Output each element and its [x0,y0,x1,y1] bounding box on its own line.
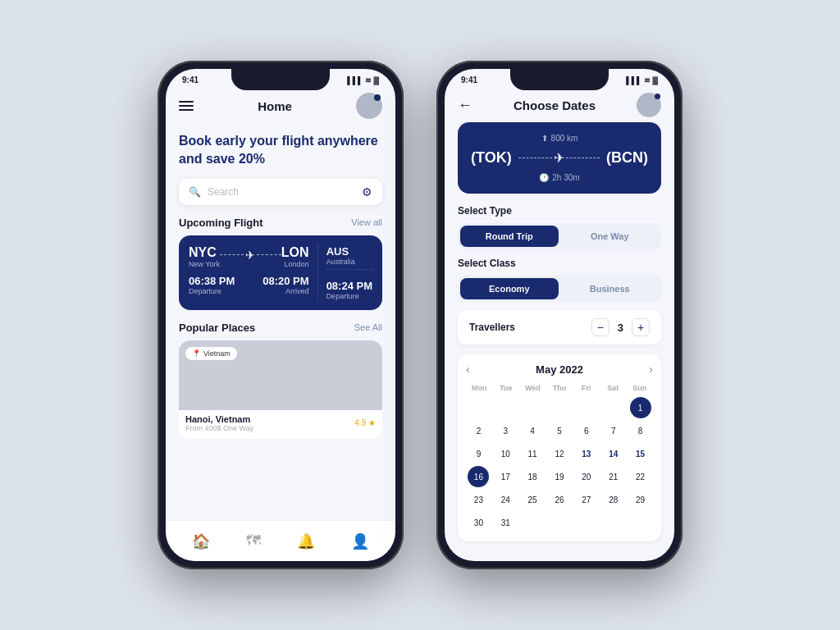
menu-button[interactable] [179,101,194,111]
side-dep-time: 08:24 PM [326,280,372,292]
cal-empty [549,397,570,418]
see-all-link[interactable]: See All [354,322,382,332]
place-info: Hanoi, Vietnam From 400$ One Way 4.9 ★ [179,410,382,436]
cal-empty [576,397,597,418]
cal-day-3[interactable]: 3 [495,420,516,441]
nav-home[interactable]: 🏠 [192,532,210,550]
to-code: LON [281,245,309,260]
cal-day-17[interactable]: 17 [495,466,516,487]
economy-button[interactable]: Economy [460,278,559,299]
travellers-counter: − 3 + [591,318,650,336]
calendar-day-names: Mon Tue Wed Thu Fri Sat Sun [466,382,653,394]
cal-day-8[interactable]: 8 [630,420,651,441]
cal-day-30[interactable]: 30 [468,512,489,533]
cal-day-19[interactable]: 19 [549,466,570,487]
cal-day-15[interactable]: 15 [630,443,651,464]
cal-day-25[interactable]: 25 [522,489,543,510]
cal-day-28[interactable]: 28 [603,489,624,510]
status-icons-home: ▌▌▌ ≋ ▓ [347,76,379,84]
cal-day-21[interactable]: 21 [603,466,624,487]
from-airport: (TOK) [471,149,512,167]
nav-bell[interactable]: 🔔 [297,532,315,550]
travellers-count: 3 [618,322,623,334]
upcoming-section-header: Upcoming Flight View all [179,217,382,229]
one-way-button[interactable]: One Way [561,226,660,247]
travellers-label: Travellers [469,322,515,333]
filter-icon[interactable]: ⚙ [362,185,372,199]
avatar-dates[interactable] [637,93,661,117]
cal-day-11[interactable]: 11 [522,443,543,464]
cal-day-5[interactable]: 5 [549,420,570,441]
cal-day-18[interactable]: 18 [522,466,543,487]
round-trip-button[interactable]: Round Trip [460,226,559,247]
cal-day-23[interactable]: 23 [468,489,489,510]
clock-icon: 🕐 [539,173,549,182]
place-image: 📍 Vietnam [179,340,382,410]
calendar: ‹ May 2022 › Mon Tue Wed Thu Fri Sat Sun [458,354,661,541]
cal-day-22[interactable]: 22 [630,466,651,487]
decrement-button[interactable]: − [591,318,609,336]
cal-day-24[interactable]: 24 [495,489,516,510]
cal-day-27[interactable]: 27 [576,489,597,510]
route-card: ⬆ 800 km (TOK) ✈ (BCN) 🕐 [458,122,661,194]
cal-empty [603,397,624,418]
cal-empty [495,397,516,418]
day-sat: Sat [600,382,627,394]
cal-day-29[interactable]: 29 [630,489,651,510]
cal-day-2[interactable]: 2 [468,420,489,441]
cal-empty [468,397,489,418]
cal-day-16[interactable]: 16 [468,466,489,487]
hero-section: Book early your flight anywhere and save… [179,132,382,169]
place-tag: 📍 Vietnam [185,347,237,360]
cal-day-31[interactable]: 31 [495,512,516,533]
cal-day-12[interactable]: 12 [549,443,570,464]
select-type-label: Select Type [458,205,661,217]
next-month-button[interactable]: › [649,363,653,376]
route-duration: 🕐 2h 30m [471,173,648,182]
notch2 [510,69,609,90]
side-country: Australia [326,258,372,266]
cal-day-1[interactable]: 1 [630,397,651,418]
cal-day-9[interactable]: 9 [468,443,489,464]
cal-day-10[interactable]: 10 [495,443,516,464]
business-button[interactable]: Business [561,278,660,299]
cal-empty [522,397,543,418]
nav-profile[interactable]: 👤 [351,532,369,550]
nav-map[interactable]: 🗺 [246,532,261,550]
cal-day-20[interactable]: 20 [576,466,597,487]
popular-title: Popular Places [179,322,255,334]
side-dep-label: Departure [326,292,372,300]
phone-home: 9:41 ▌▌▌ ≋ ▓ Home Book early your flight… [158,61,404,569]
prev-month-button[interactable]: ‹ [466,363,470,376]
dates-title: Choose Dates [514,98,596,112]
home-navbar: Home [179,88,382,124]
day-thu: Thu [546,382,573,394]
search-bar[interactable]: 🔍 Search ⚙ [179,179,382,205]
cal-day-13[interactable]: 13 [576,443,597,464]
travellers-row: Travellers − 3 + [458,310,661,345]
arr-label: Arrived [262,287,308,295]
day-tue: Tue [493,382,520,394]
cal-day-14[interactable]: 14 [603,443,624,464]
cal-day-4[interactable]: 4 [522,420,543,441]
hero-text: Book early your flight anywhere and save… [179,132,382,169]
to-city: London [281,260,309,268]
from-city: New York [189,260,220,268]
plane-route-icon: ✈ [554,150,564,166]
increment-button[interactable]: + [632,318,650,336]
from-code: NYC [189,245,220,260]
bottom-nav: 🏠 🗺 🔔 👤 [166,520,395,561]
cal-day-6[interactable]: 6 [576,420,597,441]
place-price: From 400$ One Way [185,424,253,432]
avatar-home[interactable] [356,93,382,119]
cal-day-7[interactable]: 7 [603,420,624,441]
cal-day-26[interactable]: 26 [549,489,570,510]
flight-card: NYC New York ✈ LON London [179,235,382,310]
dates-header: ← Choose Dates [458,88,661,122]
location-icon: 📍 [192,349,201,358]
place-card[interactable]: 📍 Vietnam Hanoi, Vietnam From 400$ One W… [179,340,382,439]
dep-time: 06:38 PM [189,275,235,287]
calendar-grid: 1234567891011121314151617181920212223242… [466,397,653,533]
view-all-link[interactable]: View all [351,217,382,227]
back-button[interactable]: ← [458,97,472,114]
